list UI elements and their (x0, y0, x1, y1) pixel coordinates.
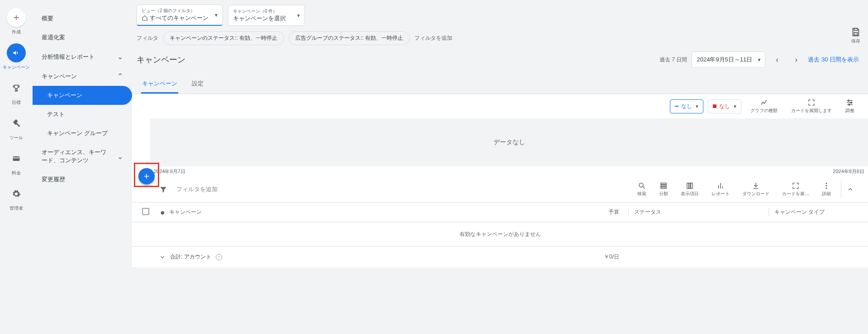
collapse-panel-button[interactable] (841, 180, 859, 198)
tab-settings[interactable]: 設定 (191, 75, 204, 94)
adjust-button[interactable]: 調整 (841, 99, 859, 114)
view-selector-main: すべてのキャンペーン (142, 14, 209, 22)
side-overview[interactable]: 概要 (33, 9, 132, 28)
svg-rect-0 (13, 156, 20, 161)
rail-tools[interactable]: ツール (7, 114, 26, 141)
side-sub-test[interactable]: テスト (33, 105, 132, 124)
side-audience[interactable]: オーディエンス、キーワード、コンテンツ⌄ (33, 143, 132, 170)
side-sub-campaigns[interactable]: キャンペーン (33, 86, 132, 105)
filter-label: フィルタ (137, 34, 158, 42)
col-type[interactable]: キャンペーン タイプ (768, 208, 859, 216)
table-toolbar: フィルタを追加 検索 分類 表示項目 レポート ダウンロード カードを展… 詳細 (132, 177, 868, 202)
add-campaign-fab[interactable] (138, 168, 155, 184)
chevron-down-icon: ⌄ (117, 152, 123, 161)
svg-point-7 (849, 104, 850, 105)
side-history[interactable]: 変更履歴 (33, 170, 132, 189)
chevron-down-icon[interactable] (159, 254, 166, 260)
chart-type-button[interactable]: グラフの種類 (746, 99, 782, 114)
show-30days-link[interactable]: 過去 30 日間を表示 (808, 56, 859, 64)
date-range-select[interactable]: 2024年9月5日～11日 ▼ (692, 52, 765, 68)
help-icon[interactable]: ? (216, 254, 222, 260)
chart-toolbar: なし ▼ なし ▼ グラフの種類 カードを展開します 調整 (132, 94, 868, 118)
rail-campaign-label: キャンペーン (3, 64, 30, 71)
columns-icon (686, 182, 694, 190)
rail-admin[interactable]: 管理者 (7, 184, 26, 212)
adjust-label: 調整 (845, 108, 854, 114)
side-audience-label: オーディエンス、キーワード、コンテンツ (42, 148, 109, 165)
side-sub-groups[interactable]: キャンペーン グループ (33, 124, 132, 143)
columns-button[interactable]: 表示項目 (674, 182, 705, 197)
select-all-checkbox[interactable] (142, 208, 149, 215)
search-button[interactable]: 検索 (631, 182, 653, 197)
rail-create[interactable]: 作成 (7, 8, 26, 35)
expand-icon (792, 182, 800, 190)
view-selector-text: すべてのキャンペーン (150, 14, 209, 22)
segment-none-1[interactable]: なし ▼ (670, 99, 703, 113)
segment-none-2[interactable]: なし ▼ (708, 99, 741, 113)
side-analysis-label: 分析情報とレポート (42, 53, 95, 61)
seg2-label: なし (719, 103, 730, 110)
filter-add[interactable]: フィルタを追加 (414, 34, 452, 42)
chart-no-data: データなし (150, 118, 868, 166)
caret-down-icon: ▼ (296, 13, 301, 18)
col-budget[interactable]: 予算 (529, 208, 628, 216)
sliders-icon (846, 99, 854, 107)
col-campaign[interactable]: キャンペーン (169, 208, 529, 216)
download-button[interactable]: ダウンロード (736, 182, 776, 197)
tabs: キャンペーン 設定 (132, 71, 868, 94)
chart-date-axis: 2024年9月7日 2024年9月8日 (132, 166, 868, 177)
table-filter-input[interactable]: フィルタを追加 (176, 185, 218, 193)
detail-button[interactable]: 詳細 (816, 182, 837, 197)
side-analysis[interactable]: 分析情報とレポート⌄ (33, 47, 132, 66)
filter-icon[interactable] (159, 185, 167, 193)
detail-label: 詳細 (822, 191, 831, 197)
search-icon (638, 182, 646, 190)
date-next-button[interactable]: › (789, 52, 803, 67)
tab-campaign[interactable]: キャンペーン (141, 75, 178, 94)
rail-billing-label: 料金 (12, 170, 21, 176)
filter-row: フィルタ キャンペーンのステータス:: 有効、一時停止 広告グループのステータス… (132, 26, 868, 49)
more-icon (822, 182, 830, 190)
page-title: キャンペーン (137, 54, 185, 65)
axis-date-left: 2024年9月7日 (154, 168, 185, 175)
filter-chip-adgroup-status[interactable]: 広告グループのステータス:: 有効、一時停止 (289, 31, 410, 45)
side-sub-test-label: テスト (47, 111, 65, 118)
plus-icon (142, 172, 151, 180)
col-status[interactable]: ステータス (628, 208, 768, 216)
segment-button[interactable]: 分類 (653, 182, 674, 197)
columns-label: 表示項目 (681, 191, 699, 197)
rail-goal[interactable]: 目標 (7, 79, 26, 106)
svg-point-15 (826, 183, 827, 184)
chevron-down-icon: ⌄ (117, 52, 123, 61)
report-button[interactable]: レポート (705, 182, 736, 197)
download-icon (752, 182, 760, 190)
chart-type-label: グラフの種類 (750, 108, 778, 114)
view-selector[interactable]: ビュー（2 個のフィルタ） すべてのキャンペーン ▼ (137, 5, 223, 26)
status-dot-header: ● (160, 210, 169, 215)
expand-card-button[interactable]: カードを展開します (787, 99, 836, 114)
expand-card2-button[interactable]: カードを展… (776, 182, 816, 197)
chevron-up-icon: ⌃ (117, 72, 123, 80)
svg-rect-12 (687, 183, 689, 188)
svg-rect-2 (854, 28, 857, 31)
side-campaigns[interactable]: キャンペーン⌃ (33, 66, 132, 86)
home-icon (142, 15, 148, 21)
view-selector-sub: ビュー（2 個のフィルタ） (142, 8, 209, 14)
card-icon (7, 149, 26, 168)
campaign-selector-sub: キャンペーン（0 件） (233, 8, 291, 14)
date-prev-button[interactable]: ‹ (770, 52, 784, 67)
expand-card2-label: カードを展… (782, 191, 809, 197)
main: 保存 ビュー（2 個のフィルタ） すべてのキャンペーン ▼ キャンペーン（0 件… (132, 0, 868, 334)
svg-rect-11 (661, 187, 666, 188)
chart-icon (760, 99, 768, 107)
save-button[interactable]: 保存 (851, 27, 861, 44)
campaign-selector[interactable]: キャンペーン（0 件） キャンペーンを選択 ▼ (228, 5, 305, 26)
filter-chip-campaign-status[interactable]: キャンペーンのステータス:: 有効、一時停止 (163, 31, 284, 45)
rail-campaign[interactable]: キャンペーン (3, 43, 30, 71)
caret-down-icon: ▼ (733, 104, 737, 109)
side-optimization[interactable]: 最適化案 (33, 28, 132, 47)
rail-create-label: 作成 (12, 29, 21, 35)
caret-down-icon: ▼ (695, 104, 699, 109)
rail-billing[interactable]: 料金 (7, 149, 26, 176)
svg-point-5 (848, 100, 849, 101)
